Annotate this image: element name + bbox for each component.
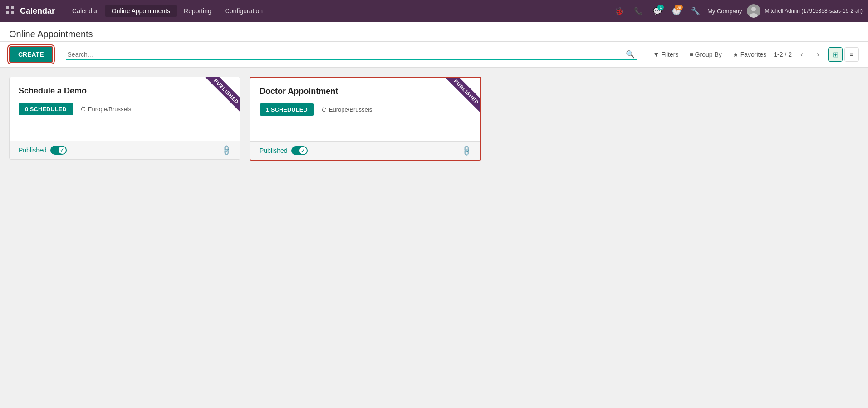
card-title-2: Doctor Appointment [260,87,471,96]
cards-container: PUBLISHED Schedule a Demo 0 SCHEDULED ⏱ … [0,68,868,170]
svg-rect-2 [6,11,9,14]
pagination-text: 1-2 / 2 [774,51,792,58]
toolbar: CREATE 🔍 ▼ Filters ≡ Group By ★ Favorite… [0,42,868,68]
clock-badge: 39 [675,5,683,10]
search-bar: 🔍 [66,49,637,60]
clock-icon-small-2: ⏱ [321,106,327,113]
pagination: 1-2 / 2 ‹ › [774,48,824,61]
avatar[interactable] [747,4,760,18]
search-icon[interactable]: 🔍 [626,50,635,59]
view-toggle: ⊞ ≡ [828,47,859,62]
clock-icon[interactable]: 🕐 39 [669,4,684,18]
page-title: Online Appointments [9,25,859,41]
card-footer-2: Published 🔗 [250,141,480,160]
group-by-label: Group By [695,51,722,58]
kanban-view-button[interactable]: ⊞ [828,47,843,62]
phone-icon[interactable]: 📞 [631,4,646,18]
next-page-button[interactable]: › [812,48,824,61]
published-text-1: Published [19,147,47,154]
groupby-icon: ≡ [689,51,693,58]
card-body-2: PUBLISHED Doctor Appointment 1 SCHEDULED… [250,78,480,141]
scheduled-badge-2[interactable]: 1 SCHEDULED [260,103,314,116]
prev-page-button[interactable]: ‹ [795,48,808,61]
svg-rect-0 [6,6,9,9]
username-label: Mitchell Admin (17915358-saas-15-2-all) [765,8,863,14]
search-input[interactable] [68,51,626,58]
chat-badge: 1 [657,5,664,10]
appointment-card-2[interactable]: PUBLISHED Doctor Appointment 1 SCHEDULED… [250,77,481,161]
favorites-button[interactable]: ★ Favorites [729,49,770,60]
link-icon-2[interactable]: 🔗 [460,144,473,157]
svg-rect-1 [11,6,14,9]
wrench-icon[interactable]: 🔧 [688,4,703,18]
published-toggle-1[interactable] [50,146,67,155]
scheduled-badge-1[interactable]: 0 SCHEDULED [19,103,73,115]
favorites-label: Favorites [740,51,767,58]
published-text-2: Published [260,147,288,154]
nav-configuration[interactable]: Configuration [219,5,269,17]
bug-icon[interactable]: 🐞 [612,4,627,18]
company-selector[interactable]: My Company [707,8,742,15]
link-icon-1[interactable]: 🔗 [220,144,233,157]
appointment-card-1[interactable]: PUBLISHED Schedule a Demo 0 SCHEDULED ⏱ … [9,77,240,160]
nav-menu: Calendar Online Appointments Reporting C… [66,5,610,17]
top-navigation: Calendar Calendar Online Appointments Re… [0,0,868,22]
app-logo: Calendar [20,6,55,16]
nav-online-appointments[interactable]: Online Appointments [105,5,177,17]
nav-right-icons: 🐞 📞 💬 1 🕐 39 🔧 My Company Mitchell Admin… [612,4,863,18]
create-button[interactable]: CREATE [9,46,53,63]
chat-icon[interactable]: 💬 1 [650,4,665,18]
published-toggle-2[interactable] [291,146,308,155]
timezone-2: ⏱ Europe/Brussels [321,106,372,113]
nav-reporting[interactable]: Reporting [177,5,218,17]
svg-rect-3 [11,11,14,14]
star-icon: ★ [733,51,739,58]
card-title-1: Schedule a Demo [19,86,231,96]
card-body-1: PUBLISHED Schedule a Demo 0 SCHEDULED ⏱ … [10,77,240,141]
group-by-button[interactable]: ≡ Group By [686,49,725,60]
filter-icon: ▼ [653,51,659,58]
list-view-button[interactable]: ≡ [844,47,859,62]
filters-button[interactable]: ▼ Filters [649,49,682,60]
page-header: Online Appointments [0,22,868,42]
clock-icon-small-1: ⏱ [80,106,86,113]
nav-calendar[interactable]: Calendar [66,5,104,17]
card-footer-1: Published 🔗 [10,141,240,159]
grid-menu-icon[interactable] [5,5,15,16]
timezone-1: ⏱ Europe/Brussels [80,106,131,113]
filters-label: Filters [661,51,678,58]
